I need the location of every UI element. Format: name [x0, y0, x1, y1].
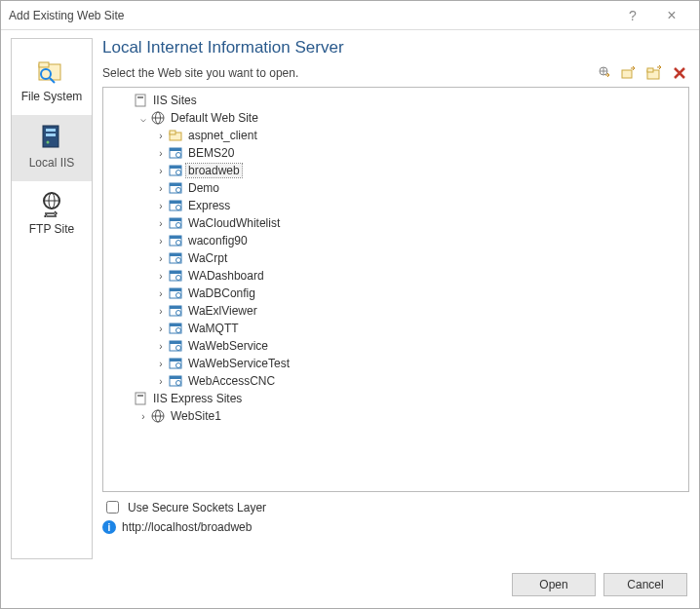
- svg-rect-12: [622, 70, 632, 78]
- chevron-right-icon[interactable]: ›: [154, 288, 168, 299]
- node-label: BEMS20: [186, 146, 236, 160]
- tree-node-child[interactable]: ›Demo: [109, 179, 682, 197]
- svg-rect-59: [170, 359, 181, 362]
- open-button[interactable]: Open: [512, 573, 596, 596]
- tree-node-child[interactable]: ›WaWebServiceTest: [109, 355, 682, 372]
- chevron-right-icon[interactable]: ›: [154, 236, 168, 247]
- webapp-icon: [168, 338, 183, 354]
- webapp-icon: [168, 215, 183, 231]
- cancel-button[interactable]: Cancel: [603, 573, 687, 596]
- chevron-right-icon[interactable]: ›: [154, 359, 168, 369]
- tree-node-child[interactable]: ›aspnet_client: [109, 127, 682, 144]
- main-panel: Local Internet Information Server Select…: [102, 38, 689, 559]
- tree-node-child[interactable]: ›WADashboard: [109, 267, 682, 285]
- tree-node-default-website[interactable]: ⌵ Default Web Site: [109, 109, 682, 127]
- node-label: Default Web Site: [169, 111, 260, 125]
- tree-node-child[interactable]: ›WaMQTT: [109, 320, 682, 337]
- titlebar: Add Existing Web Site ? ×: [1, 1, 699, 30]
- chevron-right-icon[interactable]: ›: [154, 253, 168, 264]
- svg-rect-47: [170, 288, 181, 291]
- svg-rect-1: [39, 62, 49, 67]
- tree-node-child[interactable]: ›WaExlViewer: [109, 302, 682, 320]
- open-folder-icon[interactable]: [646, 65, 662, 81]
- node-label: IIS Express Sites: [151, 392, 244, 405]
- chevron-down-icon[interactable]: ⌵: [136, 113, 150, 124]
- node-label: WaCrpt: [186, 251, 229, 265]
- help-button[interactable]: ?: [613, 8, 652, 23]
- sidebar-item-localiis[interactable]: Local IIS: [12, 115, 92, 181]
- tree-node-child[interactable]: ›WaWebService: [109, 337, 682, 355]
- footer: Open Cancel: [1, 565, 699, 608]
- tree-node-child[interactable]: ›WaCloudWhitelist: [109, 214, 682, 232]
- node-label: waconfig90: [186, 234, 250, 247]
- chevron-right-icon[interactable]: ›: [154, 183, 168, 194]
- webapp-icon: [168, 250, 183, 266]
- svg-rect-65: [137, 395, 143, 397]
- node-label: WaWebService: [186, 339, 270, 353]
- new-app-icon[interactable]: [621, 65, 637, 81]
- node-label: WebAccessCNC: [186, 374, 277, 388]
- chevron-right-icon[interactable]: ›: [154, 131, 168, 141]
- node-label: aspnet_client: [186, 129, 259, 142]
- tree-node-child[interactable]: ›broadweb: [109, 162, 682, 179]
- chevron-right-icon[interactable]: ›: [154, 148, 168, 159]
- svg-rect-32: [170, 201, 181, 204]
- globe-icon: [150, 408, 166, 424]
- globe-icon: [150, 110, 166, 126]
- webapp-icon: [168, 303, 183, 319]
- webapp-icon: [168, 321, 183, 336]
- svg-rect-50: [170, 306, 181, 309]
- chevron-right-icon[interactable]: ›: [154, 324, 168, 334]
- ftp-icon: [36, 189, 67, 218]
- site-tree[interactable]: IIS Sites ⌵ Default Web Site ›aspnet_cli…: [102, 87, 689, 492]
- toolbar: [596, 65, 687, 81]
- tree-node-child[interactable]: ›Express: [109, 197, 682, 214]
- node-label: WaMQTT: [186, 322, 241, 335]
- webapp-icon: [168, 145, 183, 161]
- tree-node-child[interactable]: ›WebAccessCNC: [109, 372, 682, 390]
- chevron-right-icon[interactable]: ›: [154, 218, 168, 229]
- sidebar-item-label: Local IIS: [29, 156, 75, 170]
- new-virtual-dir-icon[interactable]: [596, 65, 611, 81]
- svg-rect-44: [170, 271, 181, 274]
- chevron-right-icon[interactable]: ›: [136, 411, 150, 422]
- node-label: IIS Sites: [151, 94, 199, 107]
- ssl-label: Use Secure Sockets Layer: [128, 501, 266, 514]
- chevron-right-icon[interactable]: ›: [154, 271, 168, 282]
- body: File System Local IIS FTP Site Local Int…: [1, 30, 699, 565]
- sidebar-item-label: FTP Site: [29, 222, 74, 236]
- sidebar-item-ftp[interactable]: FTP Site: [12, 181, 92, 247]
- ssl-checkbox[interactable]: [106, 501, 119, 514]
- tree-node-child[interactable]: ›WaDBConfig: [109, 285, 682, 302]
- chevron-right-icon[interactable]: ›: [154, 376, 168, 387]
- tree-node-website1[interactable]: › WebSite1: [109, 407, 682, 425]
- ssl-row: Use Secure Sockets Layer: [102, 492, 689, 518]
- sidebar-item-filesystem[interactable]: File System: [12, 49, 92, 115]
- chevron-right-icon[interactable]: ›: [154, 166, 168, 176]
- node-label: WebSite1: [169, 409, 223, 423]
- sidebar: File System Local IIS FTP Site: [11, 38, 93, 559]
- folder-search-icon: [36, 57, 67, 86]
- node-label: Demo: [186, 181, 221, 195]
- chevron-right-icon[interactable]: ›: [154, 341, 168, 352]
- webapp-icon: [168, 163, 183, 178]
- svg-rect-62: [170, 376, 181, 379]
- page-subtext: Select the Web site you want to open.: [102, 66, 298, 80]
- svg-rect-56: [170, 341, 181, 344]
- chevron-right-icon[interactable]: ›: [154, 201, 168, 211]
- svg-rect-53: [170, 324, 181, 326]
- server-small-icon: [133, 93, 148, 108]
- delete-icon[interactable]: [672, 65, 687, 81]
- close-button[interactable]: ×: [652, 7, 691, 24]
- chevron-right-icon[interactable]: ›: [154, 306, 168, 317]
- tree-node-iis-express-sites[interactable]: IIS Express Sites: [109, 390, 682, 407]
- tree-node-child[interactable]: ›WaCrpt: [109, 249, 682, 267]
- tree-node-iis-sites[interactable]: IIS Sites: [109, 92, 682, 109]
- subline: Select the Web site you want to open.: [102, 61, 689, 87]
- window-title: Add Existing Web Site: [9, 9, 613, 22]
- url-row: i http://localhost/broadweb: [102, 518, 689, 536]
- tree-node-child[interactable]: ›BEMS20: [109, 144, 682, 162]
- webapp-icon: [168, 373, 183, 389]
- svg-rect-21: [170, 131, 175, 134]
- tree-node-child[interactable]: ›waconfig90: [109, 232, 682, 249]
